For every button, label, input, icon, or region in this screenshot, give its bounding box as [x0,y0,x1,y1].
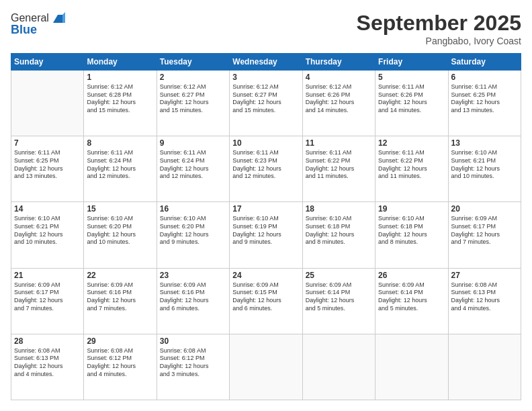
day-number: 15 [87,204,153,214]
location: Pangbabo, Ivory Coast [357,36,521,46]
cell-content: Sunrise: 6:09 AM Sunset: 6:17 PM Dayligh… [451,215,518,246]
col-thursday: Thursday [302,54,375,71]
calendar-cell: 22Sunrise: 6:09 AM Sunset: 6:16 PM Dayli… [84,268,157,334]
calendar-cell: 2Sunrise: 6:12 AM Sunset: 6:27 PM Daylig… [157,71,229,136]
day-number: 13 [451,138,518,148]
cell-content: Sunrise: 6:12 AM Sunset: 6:26 PM Dayligh… [306,83,372,115]
day-number: 10 [232,138,299,148]
day-number: 29 [87,336,153,346]
calendar-cell: 27Sunrise: 6:08 AM Sunset: 6:13 PM Dayli… [448,268,521,334]
day-number: 27 [451,271,518,280]
cell-content: Sunrise: 6:11 AM Sunset: 6:24 PM Dayligh… [160,149,226,181]
day-number: 20 [451,204,518,214]
day-number: 18 [306,204,372,214]
cell-content: Sunrise: 6:11 AM Sunset: 6:22 PM Dayligh… [306,149,372,181]
day-number: 30 [160,336,226,346]
cell-content: Sunrise: 6:10 AM Sunset: 6:21 PM Dayligh… [14,215,81,246]
col-wednesday: Wednesday [230,54,302,71]
calendar-cell: 24Sunrise: 6:09 AM Sunset: 6:15 PM Dayli… [230,268,302,334]
day-number: 5 [378,73,445,82]
day-number: 23 [160,271,226,280]
week-row-4: 28Sunrise: 6:08 AM Sunset: 6:13 PM Dayli… [11,334,521,400]
svg-marker-0 [53,15,62,23]
day-number: 21 [14,271,81,280]
cell-content: Sunrise: 6:11 AM Sunset: 6:23 PM Dayligh… [232,149,299,181]
cell-content: Sunrise: 6:09 AM Sunset: 6:15 PM Dayligh… [232,281,299,313]
day-number: 6 [451,73,518,82]
cell-content: Sunrise: 6:10 AM Sunset: 6:20 PM Dayligh… [160,215,226,246]
title-block: September 2025 Pangbabo, Ivory Coast [357,11,521,46]
calendar-cell: 16Sunrise: 6:10 AM Sunset: 6:20 PM Dayli… [157,202,229,268]
cell-content: Sunrise: 6:11 AM Sunset: 6:22 PM Dayligh… [378,149,445,181]
day-number: 2 [160,73,226,82]
col-tuesday: Tuesday [157,54,229,71]
cell-content: Sunrise: 6:10 AM Sunset: 6:19 PM Dayligh… [232,215,299,246]
logo: General Blue [11,11,65,37]
week-row-0: 1Sunrise: 6:12 AM Sunset: 6:28 PM Daylig… [11,71,521,136]
calendar-cell: 8Sunrise: 6:11 AM Sunset: 6:24 PM Daylig… [84,136,157,202]
cell-content: Sunrise: 6:09 AM Sunset: 6:14 PM Dayligh… [378,281,445,313]
day-number: 8 [87,138,153,148]
calendar-cell [375,334,448,400]
day-number: 16 [160,204,226,214]
day-number: 28 [14,336,81,346]
svg-marker-1 [62,12,65,23]
day-number: 17 [232,204,299,214]
week-row-3: 21Sunrise: 6:09 AM Sunset: 6:17 PM Dayli… [11,268,521,334]
calendar-table: Sunday Monday Tuesday Wednesday Thursday… [11,53,521,400]
day-number: 12 [378,138,445,148]
week-row-1: 7Sunrise: 6:11 AM Sunset: 6:25 PM Daylig… [11,136,521,202]
calendar-cell: 1Sunrise: 6:12 AM Sunset: 6:28 PM Daylig… [84,71,157,136]
col-sunday: Sunday [11,54,84,71]
cell-content: Sunrise: 6:09 AM Sunset: 6:16 PM Dayligh… [160,281,226,313]
logo-blue-text: Blue [11,23,37,37]
cell-content: Sunrise: 6:09 AM Sunset: 6:16 PM Dayligh… [87,281,153,313]
calendar-cell: 18Sunrise: 6:10 AM Sunset: 6:18 PM Dayli… [302,202,375,268]
month-title: September 2025 [357,11,521,36]
cell-content: Sunrise: 6:08 AM Sunset: 6:13 PM Dayligh… [451,281,518,313]
day-number: 25 [306,271,372,280]
day-number: 7 [14,138,81,148]
cell-content: Sunrise: 6:10 AM Sunset: 6:18 PM Dayligh… [306,215,372,246]
calendar-cell: 25Sunrise: 6:09 AM Sunset: 6:14 PM Dayli… [302,268,375,334]
calendar-cell: 15Sunrise: 6:10 AM Sunset: 6:20 PM Dayli… [84,202,157,268]
cell-content: Sunrise: 6:08 AM Sunset: 6:13 PM Dayligh… [14,347,81,379]
calendar-cell: 4Sunrise: 6:12 AM Sunset: 6:26 PM Daylig… [302,71,375,136]
header-row: Sunday Monday Tuesday Wednesday Thursday… [11,54,521,71]
day-number: 19 [378,204,445,214]
day-number: 4 [306,73,372,82]
cell-content: Sunrise: 6:10 AM Sunset: 6:20 PM Dayligh… [87,215,153,246]
cell-content: Sunrise: 6:12 AM Sunset: 6:27 PM Dayligh… [160,83,226,115]
calendar-cell: 11Sunrise: 6:11 AM Sunset: 6:22 PM Dayli… [302,136,375,202]
calendar-cell: 12Sunrise: 6:11 AM Sunset: 6:22 PM Dayli… [375,136,448,202]
col-saturday: Saturday [448,54,521,71]
calendar-cell: 30Sunrise: 6:08 AM Sunset: 6:12 PM Dayli… [157,334,229,400]
calendar-cell: 7Sunrise: 6:11 AM Sunset: 6:25 PM Daylig… [11,136,84,202]
cell-content: Sunrise: 6:09 AM Sunset: 6:14 PM Dayligh… [306,281,372,313]
page: General Blue September 2025 Pangbabo, Iv… [0,0,532,411]
calendar-cell: 28Sunrise: 6:08 AM Sunset: 6:13 PM Dayli… [11,334,84,400]
calendar-cell: 21Sunrise: 6:09 AM Sunset: 6:17 PM Dayli… [11,268,84,334]
day-number: 22 [87,271,153,280]
day-number: 14 [14,204,81,214]
week-row-2: 14Sunrise: 6:10 AM Sunset: 6:21 PM Dayli… [11,202,521,268]
cell-content: Sunrise: 6:12 AM Sunset: 6:27 PM Dayligh… [232,83,299,115]
calendar-cell: 13Sunrise: 6:10 AM Sunset: 6:21 PM Dayli… [448,136,521,202]
day-number: 9 [160,138,226,148]
calendar-cell [11,71,84,136]
calendar-cell: 20Sunrise: 6:09 AM Sunset: 6:17 PM Dayli… [448,202,521,268]
calendar-cell: 23Sunrise: 6:09 AM Sunset: 6:16 PM Dayli… [157,268,229,334]
header: General Blue September 2025 Pangbabo, Iv… [11,11,521,46]
day-number: 24 [232,271,299,280]
calendar-cell [302,334,375,400]
calendar-cell [448,334,521,400]
day-number: 3 [232,73,299,82]
calendar-cell: 3Sunrise: 6:12 AM Sunset: 6:27 PM Daylig… [230,71,302,136]
cell-content: Sunrise: 6:11 AM Sunset: 6:26 PM Dayligh… [378,83,445,115]
calendar-cell: 19Sunrise: 6:10 AM Sunset: 6:18 PM Dayli… [375,202,448,268]
cell-content: Sunrise: 6:12 AM Sunset: 6:28 PM Dayligh… [87,83,153,115]
day-number: 1 [87,73,153,82]
cell-content: Sunrise: 6:08 AM Sunset: 6:12 PM Dayligh… [160,347,226,379]
col-monday: Monday [84,54,157,71]
col-friday: Friday [375,54,448,71]
